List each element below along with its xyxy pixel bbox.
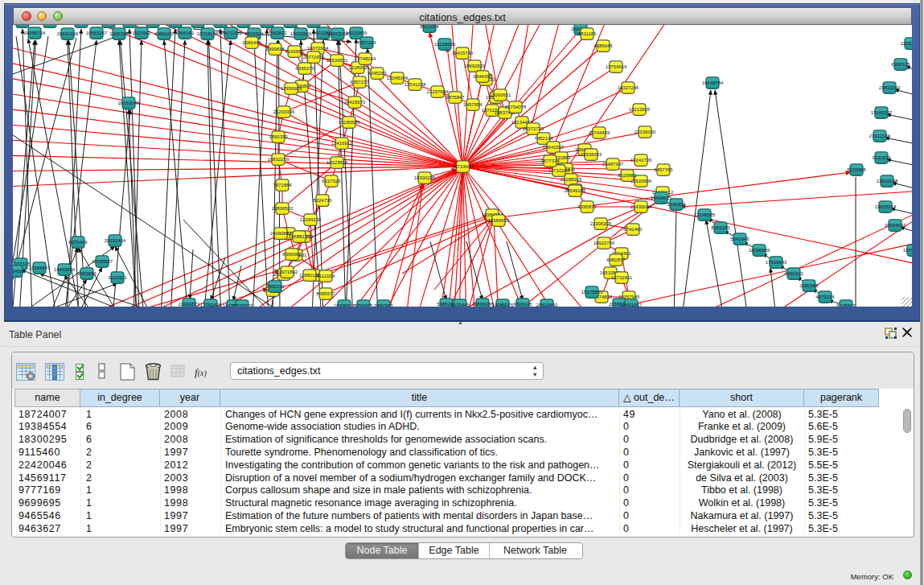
- svg-text:21754078: 21754078: [505, 105, 527, 109]
- svg-text:10719155: 10719155: [197, 31, 219, 36]
- svg-text:18724007: 18724007: [452, 164, 474, 169]
- svg-text:20053346: 20053346: [118, 101, 140, 105]
- svg-text:1890399: 1890399: [269, 134, 288, 139]
- svg-text:8336273: 8336273: [295, 66, 314, 71]
- svg-text:2457954: 2457954: [463, 102, 483, 107]
- svg-text:8215958: 8215958: [847, 167, 866, 172]
- svg-text:20994697: 20994697: [885, 223, 906, 228]
- svg-text:19218506: 19218506: [434, 42, 456, 47]
- svg-text:9816145: 9816145: [513, 302, 532, 307]
- svg-text:20691406: 20691406: [57, 31, 79, 36]
- svg-text:22093651: 22093651: [490, 93, 511, 97]
- svg-text:23188315: 23188315: [561, 177, 582, 182]
- svg-text:12541238: 12541238: [405, 82, 426, 87]
- svg-text:11558837: 11558837: [92, 259, 113, 264]
- svg-text:3395870: 3395870: [577, 204, 597, 209]
- svg-text:10710248: 10710248: [548, 168, 570, 173]
- svg-text:18096865: 18096865: [749, 248, 770, 253]
- svg-text:2580963: 2580963: [799, 283, 819, 288]
- svg-text:19832259: 19832259: [268, 157, 290, 162]
- svg-text:20615450: 20615450: [536, 303, 558, 307]
- svg-text:18300295: 18300295: [414, 175, 436, 180]
- svg-text:9275445: 9275445: [450, 303, 470, 307]
- svg-text:13732411: 13732411: [611, 275, 633, 280]
- svg-text:1218062: 1218062: [348, 65, 368, 70]
- svg-text:1999828: 1999828: [265, 47, 285, 51]
- svg-text:6457765: 6457765: [654, 167, 673, 172]
- svg-text:7671884: 7671884: [273, 183, 292, 187]
- svg-text:f(x): f(x): [195, 366, 207, 378]
- svg-text:18992829: 18992829: [464, 64, 486, 68]
- svg-text:22806503: 22806503: [272, 206, 294, 211]
- svg-text:22053595: 22053595: [901, 41, 912, 46]
- svg-text:15180586: 15180586: [339, 120, 360, 125]
- svg-text:14401657: 14401657: [621, 303, 643, 307]
- svg-text:8685577: 8685577: [316, 291, 335, 296]
- svg-text:22744459: 22744459: [589, 130, 610, 135]
- svg-text:4050413: 4050413: [784, 271, 803, 276]
- svg-text:19085076: 19085076: [492, 303, 514, 307]
- svg-text:20372723: 20372723: [523, 126, 544, 131]
- svg-text:13045349: 13045349: [387, 76, 409, 80]
- svg-text:8811165: 8811165: [578, 31, 597, 36]
- svg-text:2005334: 2005334: [265, 284, 285, 289]
- svg-text:7663822: 7663822: [268, 31, 287, 35]
- svg-text:1065326: 1065326: [109, 31, 129, 36]
- svg-text:19384555: 19384555: [488, 218, 510, 223]
- svg-text:16415740: 16415740: [452, 51, 474, 56]
- svg-text:17956909: 17956909: [281, 86, 302, 91]
- svg-text:6466160: 6466160: [154, 31, 174, 36]
- svg-text:6128503: 6128503: [836, 303, 856, 307]
- svg-text:16409615: 16409615: [651, 196, 672, 200]
- svg-text:6357277: 6357277: [350, 80, 369, 84]
- svg-text:13910648: 13910648: [877, 179, 898, 183]
- svg-text:12294238: 12294238: [300, 217, 322, 222]
- svg-text:7857224: 7857224: [357, 40, 376, 45]
- svg-text:22570529: 22570529: [232, 303, 253, 307]
- svg-text:19688132: 19688132: [289, 234, 310, 239]
- svg-text:8079409: 8079409: [68, 240, 88, 245]
- svg-text:21439044: 21439044: [630, 204, 652, 209]
- svg-text:6217026: 6217026: [322, 179, 341, 183]
- svg-text:10653267: 10653267: [86, 31, 108, 35]
- svg-text:6742460: 6742460: [623, 227, 643, 232]
- svg-text:8359183: 8359183: [711, 225, 730, 230]
- svg-text:17559643: 17559643: [766, 260, 787, 265]
- svg-text:21257684: 21257684: [427, 89, 449, 94]
- svg-text:16033809: 16033809: [346, 31, 368, 35]
- svg-text:9875847: 9875847: [446, 95, 465, 100]
- svg-text:22992872: 22992872: [179, 302, 200, 307]
- svg-text:4679214: 4679214: [815, 295, 835, 299]
- svg-text:24425670: 24425670: [344, 100, 366, 105]
- svg-text:13146585: 13146585: [694, 212, 716, 217]
- svg-text:13805018: 13805018: [875, 204, 897, 209]
- svg-text:3677374: 3677374: [540, 159, 560, 163]
- svg-text:23833160: 23833160: [879, 85, 901, 90]
- svg-text:8134562: 8134562: [13, 269, 26, 274]
- svg-text:9983893: 9983893: [77, 271, 97, 276]
- svg-text:13754919: 13754919: [606, 64, 627, 69]
- svg-text:8813054: 8813054: [420, 25, 439, 29]
- svg-text:24055724: 24055724: [24, 31, 46, 35]
- svg-text:3220921: 3220921: [108, 275, 127, 280]
- svg-text:21200396: 21200396: [273, 109, 295, 114]
- svg-text:10327246: 10327246: [618, 85, 639, 90]
- svg-text:22306335: 22306335: [590, 221, 612, 226]
- svg-text:5793975: 5793975: [354, 303, 373, 307]
- svg-text:6368105: 6368105: [891, 62, 910, 67]
- svg-text:23971842: 23971842: [277, 270, 298, 274]
- svg-text:8369062: 8369062: [282, 252, 302, 257]
- svg-text:12416912: 12416912: [331, 141, 353, 146]
- svg-text:2066449: 2066449: [242, 40, 261, 45]
- svg-text:18922760: 18922760: [593, 241, 615, 245]
- svg-text:16033809: 16033809: [290, 31, 312, 36]
- svg-text:23487347: 23487347: [602, 162, 624, 167]
- svg-text:14460856: 14460856: [54, 267, 76, 272]
- svg-text:15165337: 15165337: [871, 110, 893, 115]
- svg-text:20031404: 20031404: [105, 238, 126, 243]
- svg-text:10334531: 10334531: [326, 58, 348, 63]
- svg-text:21012166: 21012166: [869, 134, 891, 138]
- svg-text:7452134: 7452134: [534, 136, 553, 141]
- svg-text:22330030: 22330030: [634, 130, 656, 134]
- svg-text:3644095: 3644095: [473, 74, 492, 79]
